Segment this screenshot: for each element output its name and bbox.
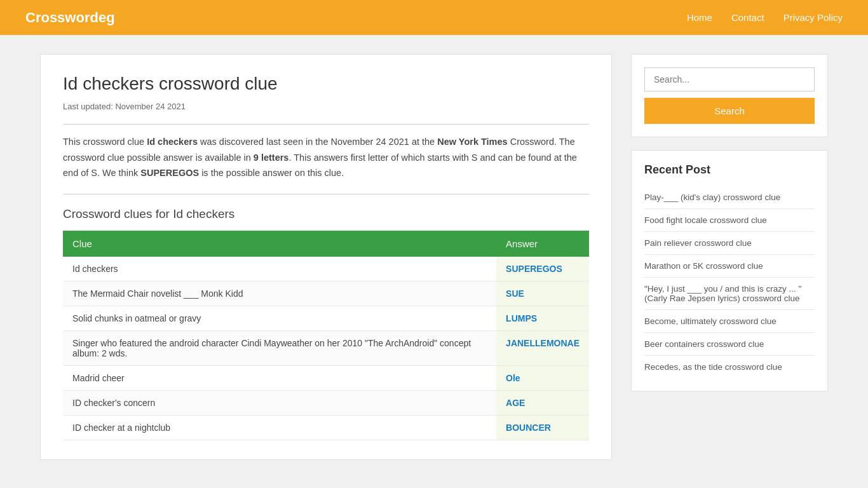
nav-link-privacy-policy[interactable]: Privacy Policy — [783, 12, 843, 23]
table-cell-clue: ID checker at a nightclub — [63, 415, 496, 440]
table-cell-answer: JANELLEMONAE — [496, 330, 589, 365]
recent-post-item[interactable]: Play-___ (kid's clay) crossword clue — [644, 186, 815, 209]
clue-table: Clue Answer Id checkersSUPEREGOSThe Merm… — [63, 231, 589, 440]
table-header: Clue Answer — [63, 231, 589, 257]
article-body: This crossword clue Id checkers was disc… — [63, 134, 589, 181]
table-cell-answer: SUPEREGOS — [496, 257, 589, 281]
site-logo[interactable]: Crosswordeg — [25, 10, 115, 26]
letter-count-bold: 9 letters — [254, 152, 289, 163]
last-updated: Last updated: November 24 2021 — [63, 102, 589, 111]
recent-post-box: Recent Post Play-___ (kid's clay) crossw… — [631, 150, 828, 391]
table-cell-clue: The Mermaid Chair novelist ___ Monk Kidd — [63, 281, 496, 306]
table-cell-clue: ID checker's concern — [63, 390, 496, 415]
table-row: Solid chunks in oatmeal or gravyLUMPS — [63, 306, 589, 330]
page-wrapper: Id checkers crossword clue Last updated:… — [27, 54, 841, 460]
table-cell-answer: LUMPS — [496, 306, 589, 330]
recent-posts-list: Play-___ (kid's clay) crossword clueFood… — [644, 186, 815, 378]
col-answer: Answer — [496, 231, 589, 257]
table-cell-answer: AGE — [496, 390, 589, 415]
table-cell-answer: SUE — [496, 281, 589, 306]
main-nav: HomeContactPrivacy Policy — [687, 12, 843, 23]
table-row: Madrid cheerOle — [63, 365, 589, 390]
nav-link-home[interactable]: Home — [687, 12, 712, 23]
recent-post-item[interactable]: Beer containers crossword clue — [644, 333, 815, 356]
recent-post-item[interactable]: Food fight locale crossword clue — [644, 209, 815, 232]
recent-post-item[interactable]: Recedes, as the tide crossword clue — [644, 356, 815, 378]
table-cell-clue: Singer who featured the android characte… — [63, 330, 496, 365]
clue-bold-name: Id checkers — [147, 137, 198, 147]
divider-top — [63, 124, 589, 125]
divider-mid — [63, 194, 589, 194]
recent-post-item[interactable]: "Hey, I just ___ you / and this is crazy… — [644, 278, 815, 310]
table-row: Id checkersSUPEREGOS — [63, 257, 589, 281]
table-row: The Mermaid Chair novelist ___ Monk Kidd… — [63, 281, 589, 306]
table-row: Singer who featured the android characte… — [63, 330, 589, 365]
recent-post-item[interactable]: Marathon or 5K crossword clue — [644, 255, 815, 278]
search-button[interactable]: Search — [644, 98, 815, 124]
site-header: Crosswordeg HomeContactPrivacy Policy — [0, 0, 868, 35]
table-row: ID checker at a nightclubBOUNCER — [63, 415, 589, 440]
col-clue: Clue — [63, 231, 496, 257]
sidebar: Search Recent Post Play-___ (kid's clay)… — [631, 54, 828, 460]
recent-post-title: Recent Post — [644, 163, 815, 177]
table-cell-clue: Id checkers — [63, 257, 496, 281]
recent-post-item[interactable]: Become, ultimately crossword clue — [644, 310, 815, 333]
table-body: Id checkersSUPEREGOSThe Mermaid Chair no… — [63, 257, 589, 440]
table-cell-clue: Solid chunks in oatmeal or gravy — [63, 306, 496, 330]
table-cell-answer: Ole — [496, 365, 589, 390]
section-title: Crossword clues for Id checkers — [63, 207, 589, 221]
answer-bold: SUPEREGOS — [140, 168, 199, 178]
source-bold: New York Times — [437, 137, 507, 147]
main-content: Id checkers crossword clue Last updated:… — [40, 54, 612, 460]
table-cell-clue: Madrid cheer — [63, 365, 496, 390]
table-row: ID checker's concernAGE — [63, 390, 589, 415]
search-input[interactable] — [644, 67, 815, 92]
table-cell-answer: BOUNCER — [496, 415, 589, 440]
search-box: Search — [631, 54, 828, 137]
article-title: Id checkers crossword clue — [63, 74, 589, 94]
recent-post-item[interactable]: Pain reliever crossword clue — [644, 232, 815, 255]
nav-link-contact[interactable]: Contact — [731, 12, 764, 23]
